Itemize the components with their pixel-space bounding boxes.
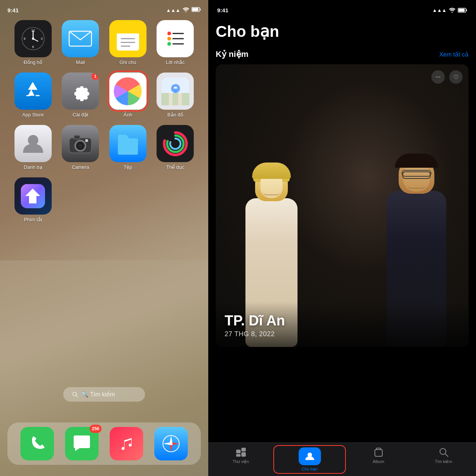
app-item-mail[interactable]: Mail [59,20,103,65]
app-item-contacts[interactable]: Danh bạ [11,125,55,170]
app-icon-mail[interactable] [62,20,99,57]
tab-label-for-you: Cho bạn [302,467,317,472]
smile-right [408,186,425,189]
search-bar[interactable]: 🔍 Tìm kiếm [63,387,145,402]
dock: 256 [7,422,201,465]
app-label-camera: Camera [72,164,89,170]
app-label-reminders: Lời nhắc [166,60,185,65]
tab-label-albums: Album [373,459,384,464]
left-panel: 9:41 ▲▲▲ [0,0,208,476]
svg-text:6: 6 [32,45,34,49]
glasses [402,170,431,177]
svg-rect-56 [241,448,246,451]
svg-rect-55 [236,450,241,453]
tab-item-library[interactable]: Thư viện [208,447,273,464]
app-label-files: Tệp [123,164,132,170]
memory-date: 27 THG 8, 2022 [225,330,460,338]
svg-rect-28 [161,93,189,105]
photos-colorwheel [114,77,142,105]
smile-left [263,192,280,195]
status-icons-left: ▲▲▲ [166,7,201,13]
app-item-photos[interactable]: Ảnh [106,73,150,118]
app-item-camera[interactable]: Camera [59,125,103,170]
head-left [255,167,288,201]
app-item-reminders[interactable]: Lời nhắc [154,20,197,65]
tab-icon-for-you[interactable] [299,447,321,465]
tab-item-search[interactable]: Tìm kiếm [411,447,476,464]
app-label-shortcuts: Phím tắt [24,217,42,222]
app-item-settings[interactable]: 1 Cài đặt [59,73,103,118]
heart-icon: ♡ [453,74,459,81]
app-item-fitness[interactable]: Thể dục [154,125,197,170]
app-label-settings: Cài đặt [73,112,88,118]
photos-status-icons: ▲▲▲ [432,7,467,13]
dock-icon-safari[interactable] [154,427,188,460]
svg-rect-3 [192,8,199,11]
dock-icon-phone[interactable] [20,427,54,460]
app-item-clock[interactable]: 12 3 6 9 Đồng hồ [11,20,55,65]
app-icon-notes[interactable] [109,20,147,57]
battery-icon-right [458,8,467,13]
dock-item-music[interactable] [110,427,143,460]
app-icon-appstore[interactable] [15,73,52,110]
photos-status-time: 9:41 [217,7,228,13]
app-item-appstore[interactable]: App Store [11,73,55,118]
photos-status-bar: 9:41 ▲▲▲ [208,0,476,16]
tab-icon-library[interactable] [235,447,247,458]
svg-point-31 [28,135,38,145]
app-icon-camera[interactable] [62,125,99,162]
app-label-appstore: App Store [22,112,44,118]
svg-point-24 [167,42,171,46]
wifi-icon-left [183,7,189,13]
status-bar-left: 9:41 ▲▲▲ [0,0,208,16]
app-icon-maps[interactable] [157,73,194,110]
dock-item-messages[interactable]: 256 [65,427,99,460]
svg-point-50 [170,442,173,445]
app-item-notes[interactable]: Ghi chú [106,20,150,65]
head-right [399,157,434,194]
svg-point-40 [170,138,180,149]
memory-card[interactable]: ··· ♡ TP. Dĩ An 27 THG 8, 2022 [216,64,469,347]
settings-badge: 1 [91,73,99,80]
dock-item-safari[interactable] [154,427,188,460]
app-item-files[interactable]: Tệp [106,125,150,170]
memory-actions: ··· ♡ [431,70,463,84]
tab-item-albums[interactable]: Album [346,447,411,464]
app-icon-shortcuts[interactable] [15,177,52,215]
hair-right [395,154,438,168]
tab-item-for-you[interactable]: Cho bạn [273,445,346,474]
app-label-mail: Mail [76,60,85,65]
hair-left [252,163,291,179]
status-time-left: 9:41 [7,7,19,13]
svg-point-51 [452,12,453,13]
app-label-contacts: Danh bạ [24,164,42,170]
app-item-maps[interactable]: Bản đồ [154,73,197,118]
dock-icon-music[interactable] [110,427,143,460]
tab-icon-albums[interactable] [373,447,384,458]
svg-point-61 [440,448,446,454]
app-icon-settings[interactable]: 1 [62,73,99,110]
heart-button[interactable]: ♡ [449,70,463,84]
tab-icon-search[interactable] [438,447,449,458]
app-icon-contacts[interactable] [15,125,52,162]
battery-icon-left [192,7,201,13]
tab-label-search: Tìm kiếm [435,459,452,464]
dock-item-phone[interactable] [20,427,54,460]
photos-title: Cho bạn [216,22,469,41]
app-icon-reminders[interactable] [157,20,194,57]
messages-badge: 256 [90,425,102,433]
memory-overlay: TP. Dĩ An 27 THG 8, 2022 [216,302,469,347]
app-item-shortcuts[interactable]: Phím tắt [11,177,55,222]
more-button[interactable]: ··· [431,70,445,84]
svg-rect-54 [459,9,465,12]
app-icon-files[interactable] [109,125,147,162]
svg-point-36 [78,144,83,148]
app-icon-fitness[interactable] [157,125,194,162]
svg-rect-58 [241,452,246,457]
photos-content: Cho bạn Kỷ niệm Xem tất cả [208,16,476,443]
app-label-photos: Ảnh [123,112,132,118]
app-icon-photos[interactable] [109,73,147,110]
section-link[interactable]: Xem tất cả [439,51,469,58]
app-grid: 12 3 6 9 Đồng hồ Mail [11,20,197,222]
app-icon-clock[interactable]: 12 3 6 9 [15,20,52,57]
